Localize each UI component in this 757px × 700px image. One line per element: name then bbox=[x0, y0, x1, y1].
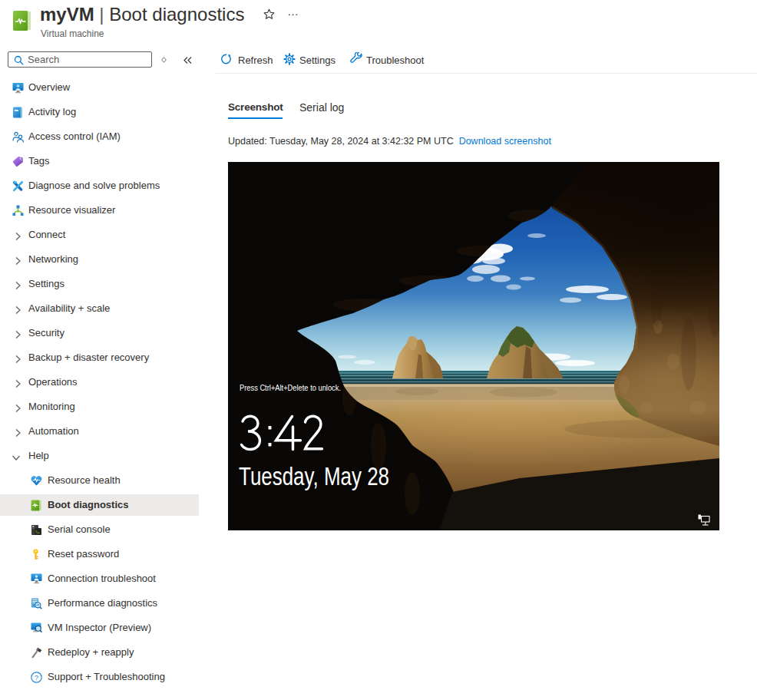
svg-text:Press Ctrl+Alt+Delete to unloc: Press Ctrl+Alt+Delete to unlock. bbox=[240, 383, 341, 392]
svg-text:Tuesday, May 28: Tuesday, May 28 bbox=[239, 462, 389, 490]
svg-text:?: ? bbox=[35, 673, 38, 682]
